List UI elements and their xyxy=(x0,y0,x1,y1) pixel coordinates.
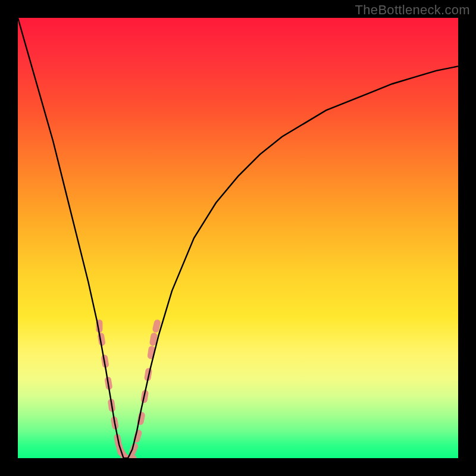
chart-frame: TheBottleneck.com xyxy=(0,0,476,476)
watermark-text: TheBottleneck.com xyxy=(355,2,470,18)
data-markers-group xyxy=(96,319,161,458)
bottleneck-curve xyxy=(18,18,458,458)
plot-area xyxy=(18,18,458,458)
curve-layer xyxy=(18,18,458,458)
